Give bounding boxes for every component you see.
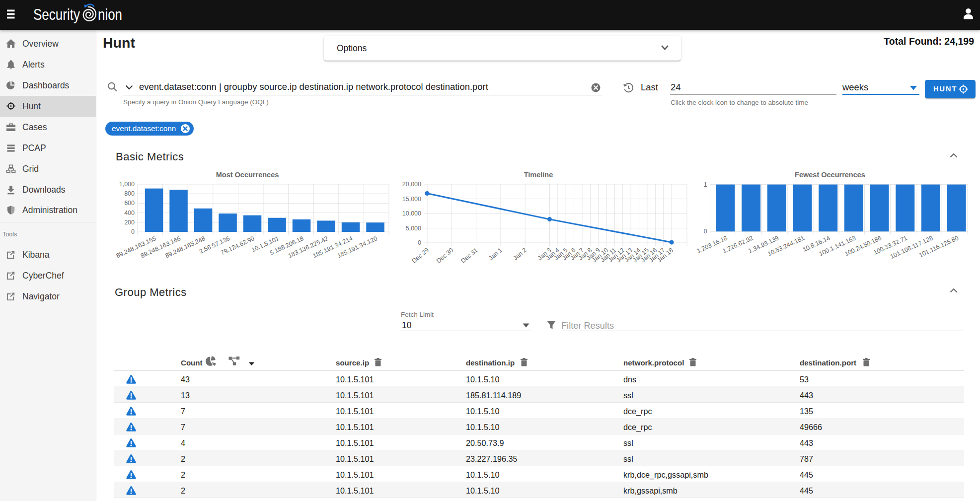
svg-text:Dec 31: Dec 31 [459, 247, 479, 265]
svg-text:600: 600 [124, 200, 135, 207]
svg-text:Dec 29: Dec 29 [411, 247, 430, 265]
svg-text:400: 400 [124, 210, 135, 216]
svg-text:10,000: 10,000 [402, 210, 421, 217]
svg-text:0: 0 [131, 228, 135, 235]
svg-text:800: 800 [124, 190, 135, 197]
svg-text:Fewest Occurrences: Fewest Occurrences [795, 171, 865, 179]
svg-text:Timeline: Timeline [524, 171, 553, 179]
svg-text:Dec 30: Dec 30 [435, 247, 454, 265]
svg-text:nion: nion [98, 6, 122, 23]
svg-text:89.248.163.155: 89.248.163.155 [115, 235, 157, 259]
svg-text:200: 200 [124, 219, 135, 226]
svg-text:Most Occurrences: Most Occurrences [216, 171, 279, 179]
svg-text:0: 0 [704, 228, 707, 235]
svg-text:Jan 1: Jan 1 [487, 247, 503, 262]
svg-text:15,000: 15,000 [402, 196, 421, 203]
svg-text:20,000: 20,000 [402, 181, 421, 188]
svg-text:Security: Security [33, 6, 80, 23]
svg-text:Jan 2: Jan 2 [512, 247, 528, 262]
svg-text:0: 0 [418, 239, 421, 246]
svg-text:1,000: 1,000 [119, 181, 135, 188]
svg-text:5,000: 5,000 [406, 225, 421, 232]
svg-text:1: 1 [704, 181, 707, 188]
